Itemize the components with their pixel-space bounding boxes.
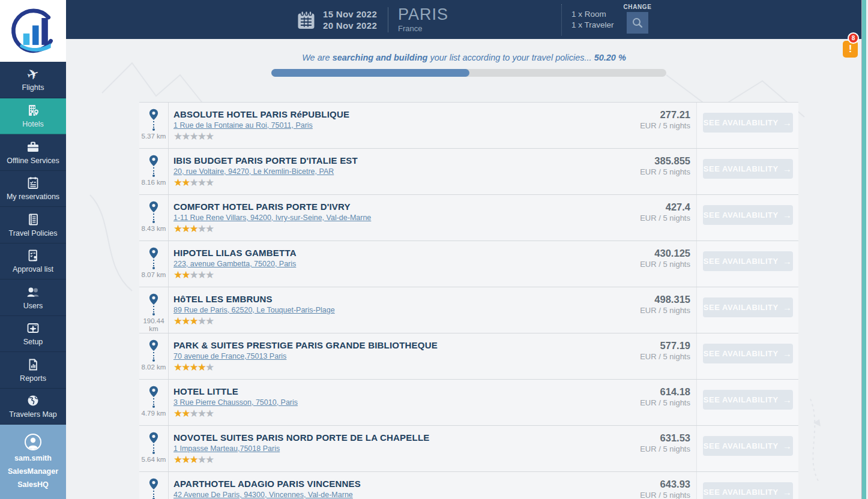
see-availability-button[interactable]: SEE AVAILABILITY→ [703,297,793,317]
hotel-info: APARTHOTEL ADAGIO PARIS VINCENNES42 Aven… [169,472,600,499]
star-icon: ★ [173,362,181,373]
sidebar-item-approval-list[interactable]: Approval list [0,244,66,280]
see-availability-label: SEE AVAILABILITY [704,118,779,127]
sidebar-item-label: Flights [22,83,44,92]
sidebar-item-flights[interactable]: ✈ Flights [0,62,66,98]
arrow-right-icon: → [783,487,792,497]
location-pin-icon [149,432,158,444]
pin-dot [152,313,155,315]
star-icon: ★ [205,362,213,373]
distance-column: 4.79 km [139,380,169,425]
availability-column: SEE AVAILABILITY→ [696,241,798,287]
star-icon: ★ [181,315,189,327]
sidebar-item-offline-services[interactable]: Offline Services [0,134,66,171]
user-name: sam.smith [14,453,52,464]
see-availability-button[interactable]: SEE AVAILABILITY→ [703,159,793,179]
sidebar-item-hotels[interactable]: Hotels [0,98,66,135]
hotel-price: 430.125 [600,248,690,259]
sidebar-item-my-reservations[interactable]: My reservations [0,171,66,208]
see-availability-label: SEE AVAILABILITY [704,488,779,497]
hotel-address-link[interactable]: 1 Impasse Marteau,75018 Paris [173,444,280,453]
availability-column: SEE AVAILABILITY→ [696,195,798,241]
see-availability-button[interactable]: SEE AVAILABILITY→ [703,436,793,456]
hotel-price-unit: EUR / 5 nights [600,491,690,499]
globe-icon [26,393,40,408]
see-availability-button[interactable]: SEE AVAILABILITY→ [703,482,793,499]
hotel-address-link[interactable]: 1-11 Rue Rene Villars, 94200, Ivry-sur-S… [173,214,371,222]
hotel-distance: 8.07 km [140,271,167,279]
star-icon: ★ [197,131,205,142]
hotel-address-link[interactable]: 223, avenue Gambetta, 75020, Paris [173,260,296,268]
sidebar-item-label: Travel Policies [9,229,58,238]
hotel-price-block: 614.18EUR / 5 nights [600,380,690,425]
hotel-price-block: 277.21EUR / 5 nights [600,103,690,148]
see-availability-button[interactable]: SEE AVAILABILITY→ [703,390,793,410]
star-icon: ★ [181,131,189,142]
hotel-star-rating: ★★★★★ [173,177,600,189]
sidebar-item-travelers-map[interactable]: Travelers Map [0,389,66,425]
checkin-date: 15 Nov 2022 [323,8,377,20]
search-icon [631,16,644,29]
hotel-name: HôTEL LES EMBRUNS [173,294,600,304]
destination[interactable]: PARIS France [398,7,448,33]
hotel-address-link[interactable]: 20, rue Voltaire, 94270, Le Kremlin-Bice… [173,167,334,176]
hotel-price: 577.19 [600,340,690,351]
hotel-address-link[interactable]: 3 Rue Pierre Chausson, 75010, Paris [173,398,298,407]
star-icon: ★ [197,223,205,235]
hotel-price-unit: EUR / 5 nights [600,260,690,269]
hotel-price: 643.93 [600,479,690,490]
occupancy-summary: 1 x Room 1 x Traveler [571,9,614,31]
change-search-button[interactable] [627,12,648,34]
sidebar-item-travel-policies[interactable]: Travel Policies [0,207,66,244]
user-profile[interactable]: sam.smith SalesManager SalesHQ [0,425,66,499]
scrollbar[interactable] [861,0,866,499]
arrow-right-icon: → [783,210,792,220]
user-org: SalesHQ [17,479,48,491]
location-pin-icon [149,201,158,213]
hotel-price-unit: EUR / 5 nights [600,398,690,407]
star-icon: ★ [173,269,181,281]
sidebar-nav: ✈ Flights Hotels [0,62,66,499]
hotel-info: HIPOTEL LILAS GAMBETTA223, avenue Gambet… [169,241,600,287]
pin-dot [152,128,155,131]
room-count: 1 x Room [571,9,614,20]
see-availability-button[interactable]: SEE AVAILABILITY→ [703,251,793,271]
see-availability-button[interactable]: SEE AVAILABILITY→ [703,344,793,363]
hotel-star-rating: ★★★★★ [173,408,600,420]
travel-dates[interactable]: 15 Nov 2022 20 Nov 2022 [323,8,377,31]
sidebar-item-reports[interactable]: Reports [0,352,66,389]
arrow-right-icon: → [783,256,792,266]
see-availability-button[interactable]: SEE AVAILABILITY→ [703,113,793,133]
hotel-name: HIPOTEL LILAS GAMBETTA [173,248,600,258]
hotel-address-link[interactable]: 1 Rue de la Fontaine au Roi, 75011, Pari… [173,121,313,130]
star-icon: ★ [190,177,197,188]
checkout-date: 20 Nov 2022 [323,20,377,31]
star-icon: ★ [181,408,189,419]
hotel-name: ABSOLUTE HOTEL PARIS RéPUBLIQUE [173,109,600,119]
hotel-star-rating: ★★★★★ [173,454,600,466]
sidebar-item-setup[interactable]: Setup [0,316,66,353]
distance-column: 8.07 km [139,241,169,287]
pin-tail-dotted-line [153,352,154,359]
top-header: 15 Nov 2022 20 Nov 2022 PARIS France 1 x… [0,0,862,39]
see-availability-button[interactable]: SEE AVAILABILITY→ [703,205,793,225]
hotel-name: IBIS BUDGET PARIS PORTE D'ITALIE EST [173,155,600,166]
star-icon: ★ [181,177,189,188]
distance-column: 8.16 km [139,149,169,194]
hotel-address-link[interactable]: 70 avenue de France,75013 Paris [173,352,286,360]
pin-dot [152,221,155,223]
hotel-address-link[interactable]: 42 Avenue De Paris, 94300, Vincennes, Va… [173,491,353,499]
hotel-address-link[interactable]: 89 Rue de Paris, 62520, Le Touquet-Paris… [173,306,335,314]
app-logo[interactable] [0,0,66,62]
search-progress-text: We are searching and building your list … [66,53,862,62]
see-availability-label: SEE AVAILABILITY [704,349,779,358]
sidebar-item-users[interactable]: Users [0,279,66,316]
pin-tail-dotted-line [153,444,154,451]
hotel-row: 8.02 kmPARK & SUITES PRESTIGE PARIS GRAN… [139,333,798,379]
sidebar-item-label: Offline Services [7,157,59,165]
see-availability-label: SEE AVAILABILITY [704,211,779,220]
availability-column: SEE AVAILABILITY→ [696,149,798,194]
plane-icon: ✈ [25,66,41,83]
star-icon: ★ [197,315,205,327]
hotel-name: HOTEL LITTLE [173,386,600,396]
